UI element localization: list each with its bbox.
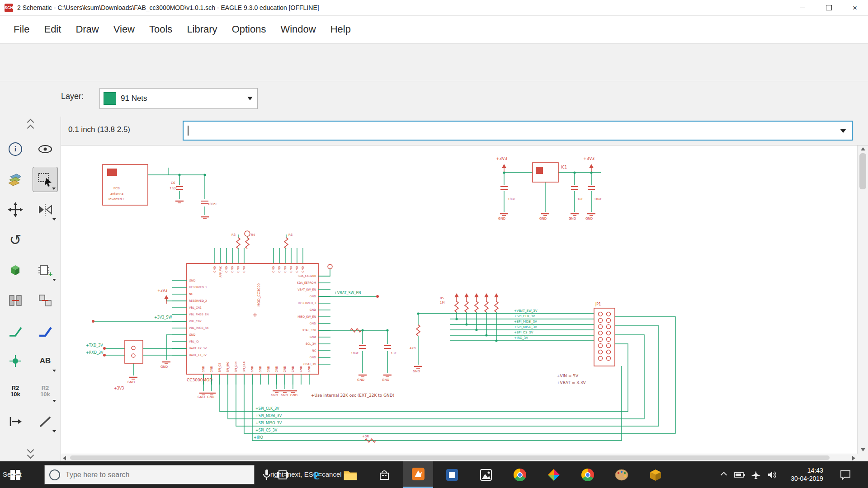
net-tool[interactable] [3,318,28,343]
schematic-canvas[interactable]: MOD_CC3000GNDRESERVED_1NCRESERVED_2VBL_C… [61,145,857,454]
layer-selector-value: 91 Nets [116,94,147,103]
battery-icon [734,472,745,478]
start-button[interactable] [5,461,26,488]
svg-text:GND: GND [278,266,281,272]
rotate-icon: ↺ [9,231,22,249]
svg-text:+IRQ: +IRQ [254,436,263,440]
menu-edit[interactable]: Edit [37,23,68,35]
scroll-left-arrow[interactable] [63,456,66,460]
scroll-down-arrow[interactable] [861,448,865,451]
move-icon [8,202,23,217]
menu-file[interactable]: File [6,23,37,35]
svg-text:SDA_EEPROM: SDA_EEPROM [297,281,316,285]
group-select-icon [37,172,53,187]
folder-icon [344,469,357,480]
taskbar-icon-pinwheel-app[interactable] [539,461,569,488]
rotate-tool[interactable]: ↺ [3,227,28,253]
menu-options[interactable]: Options [225,23,274,35]
action-center-button[interactable] [835,461,855,488]
taskbar-icon-file-explorer[interactable] [335,461,365,488]
svg-text:GND: GND [198,395,205,399]
add-part-tool[interactable]: + [33,258,58,283]
dropdown-arrow [52,218,56,221]
wire-tool[interactable] [33,409,58,434]
menu-window[interactable]: Window [273,23,323,35]
taskbar-icon-photos[interactable] [471,461,501,488]
svg-text:UART_RX_3V: UART_RX_3V [189,347,207,350]
notification-icon [840,470,851,480]
menu-draw[interactable]: Draw [68,23,106,35]
maximize-button[interactable] [816,0,842,15]
pinswap-tool[interactable] [3,288,28,313]
taskbar-search[interactable] [44,465,255,484]
svg-text:SPI_CLK: SPI_CLK [242,361,246,372]
tray-expand-button[interactable] [718,461,730,488]
svg-text:GND: GND [307,366,311,372]
volume-indicator[interactable] [765,461,779,488]
svg-text:+SPI_MOSI_3V: +SPI_MOSI_3V [514,320,537,324]
scroll-up-arrow[interactable] [861,147,865,150]
svg-text:GND: GND [290,394,297,397]
label-tool[interactable]: AB [33,348,58,374]
chevron-down-icon [840,129,846,133]
menu-tools[interactable]: Tools [142,23,179,35]
taskbar-icon-edge[interactable]: e [302,461,331,488]
taskbar-icon-cube-app[interactable] [641,461,670,488]
search-input[interactable] [65,470,254,479]
menu-view[interactable]: View [106,23,142,35]
menu-help[interactable]: Help [323,23,358,35]
taskbar-icon-chrome-2[interactable] [573,461,603,488]
horizontal-scrollbar[interactable] [61,454,857,461]
tool-palette: i [0,116,61,461]
info-tool[interactable]: i [3,136,28,162]
menu-library[interactable]: Library [179,23,224,35]
bus-tool[interactable] [33,318,58,343]
svg-text:+0R: +0R [362,435,369,438]
info-icon: i [9,142,22,156]
vertical-scrollbar[interactable] [857,145,868,454]
taskbar-clock[interactable]: 14:43 30-04-2019 [784,461,830,488]
battery-indicator[interactable] [732,461,747,488]
taskbar-icon-chrome[interactable] [505,461,535,488]
task-view-button[interactable] [268,461,297,488]
palette-icon [615,469,628,481]
smash-tool[interactable]: R210k [33,379,58,404]
horizontal-scroll-thumb[interactable] [70,455,830,460]
svg-text:APP_WK: APP_WK [219,266,222,277]
svg-text:GND: GND [310,335,316,338]
gateswap-tool[interactable] [33,288,58,313]
command-combobox[interactable] [183,121,853,141]
scroll-right-arrow[interactable] [852,456,855,460]
text-caret [188,126,189,136]
taskbar-icon-store[interactable] [369,461,399,488]
group-tool[interactable] [33,167,58,192]
svg-text:GND: GND [231,266,234,272]
minimize-button[interactable] [789,0,816,15]
close-button[interactable]: × [842,0,868,15]
chrome-icon [581,469,594,481]
copy-tool[interactable] [3,258,28,283]
eagle-schematic-app-icon: SCH [5,4,13,12]
clock-date: 30-04-2019 [791,475,823,483]
display-layers-tool[interactable] [3,167,28,192]
svg-text:+VBAT_SW_3V: +VBAT_SW_3V [514,309,538,313]
taskbar-icon-eagle[interactable] [403,461,433,488]
layer-selector[interactable]: 91 Nets [99,88,258,109]
move-tool[interactable] [3,197,28,222]
parameter-bar: 0.1 inch (13.8 2.5) [61,116,868,145]
show-tool[interactable] [33,136,58,162]
invoke-tool[interactable] [3,409,28,434]
vertical-scroll-thumb[interactable] [859,153,866,189]
svg-text:+IRQ_3V: +IRQ_3V [514,336,528,340]
palette-scroll-down[interactable] [0,447,61,458]
palette-scroll-up[interactable] [0,116,61,134]
network-indicator[interactable] [749,461,763,488]
taskbar-icon-blue-app[interactable] [437,461,467,488]
value-tool[interactable]: R210k [3,379,28,404]
command-input[interactable] [184,121,840,140]
photos-icon [480,469,492,481]
edge-icon: e [313,466,320,483]
junction-tool[interactable] [3,348,28,374]
taskbar-icon-paint[interactable] [607,461,637,488]
mirror-tool[interactable] [33,197,58,222]
